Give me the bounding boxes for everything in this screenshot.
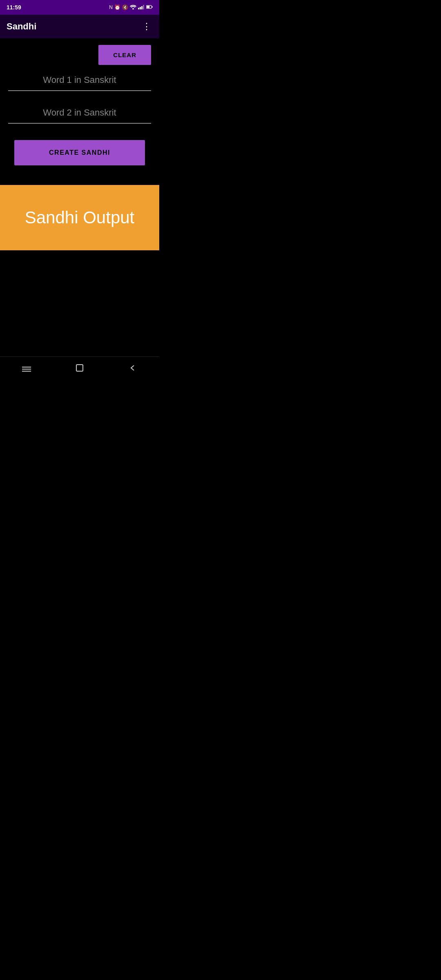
svg-rect-8 xyxy=(76,365,83,371)
nav-back-button[interactable] xyxy=(118,360,147,378)
mute-icon: 🔇 xyxy=(122,4,128,10)
nfc-icon: N xyxy=(109,4,113,10)
status-time: 11:59 xyxy=(7,4,21,11)
clear-row: CLEAR xyxy=(8,45,151,65)
nav-recent-button[interactable] xyxy=(12,363,41,375)
status-bar: 11:59 N ⏰ 🔇 xyxy=(0,0,159,15)
output-section: Sandhi Output xyxy=(0,185,159,250)
word2-input-group xyxy=(8,104,151,124)
nav-home-button[interactable] xyxy=(65,360,94,378)
main-content: CLEAR CREATE SANDHI xyxy=(0,38,159,172)
alarm-icon: ⏰ xyxy=(114,4,120,10)
svg-rect-4 xyxy=(143,5,144,9)
battery-icon xyxy=(146,4,153,11)
svg-rect-6 xyxy=(147,6,149,8)
wifi-icon xyxy=(130,4,136,11)
app-bar: Sandhi ⋮ xyxy=(0,15,159,38)
below-output-area xyxy=(0,250,159,356)
create-sandhi-button[interactable]: CREATE SANDHI xyxy=(14,140,145,165)
svg-rect-1 xyxy=(138,8,139,9)
svg-point-0 xyxy=(132,8,134,9)
svg-rect-3 xyxy=(141,6,143,9)
status-icons: N ⏰ 🔇 xyxy=(109,4,153,11)
word1-input-group xyxy=(8,71,151,91)
output-text: Sandhi Output xyxy=(25,208,135,227)
more-options-icon[interactable]: ⋮ xyxy=(140,20,153,33)
nav-bar xyxy=(0,356,159,381)
word1-input[interactable] xyxy=(8,71,151,91)
signal-icon xyxy=(138,4,145,11)
create-button-row: CREATE SANDHI xyxy=(8,140,151,165)
svg-rect-2 xyxy=(140,7,141,9)
word2-input[interactable] xyxy=(8,104,151,124)
app-title: Sandhi xyxy=(7,21,36,32)
nav-lines-bar3 xyxy=(22,371,31,372)
clear-button[interactable]: CLEAR xyxy=(98,45,151,65)
nav-lines-bar1 xyxy=(22,367,31,368)
nav-lines-bar2 xyxy=(22,369,31,370)
svg-rect-7 xyxy=(152,6,153,7)
